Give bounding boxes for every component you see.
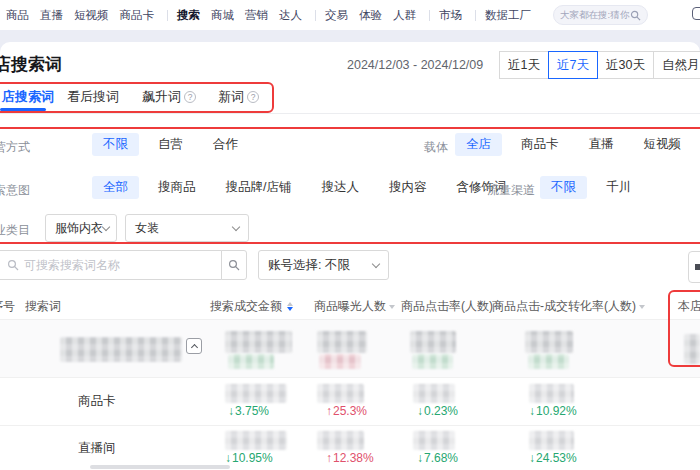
filter-channel-qianchuan[interactable]: 千川 — [595, 176, 642, 199]
row-divider — [0, 425, 700, 426]
col-cvr[interactable]: 商品点击-成交转化率(人数) — [492, 298, 645, 315]
redacted-value — [225, 384, 287, 403]
date-range-buttons: 近1天 近7天 近30天 自然月 — [500, 51, 700, 79]
filter-label-mode: 营方式 — [0, 139, 30, 156]
redacted-value — [413, 384, 455, 403]
filter-mode-self[interactable]: 自营 — [147, 133, 194, 156]
sort-icon[interactable] — [287, 302, 293, 311]
redacted-value — [317, 431, 364, 450]
filter-mode-unlimited[interactable]: 不限 — [92, 133, 139, 156]
filter-carrier-short-video[interactable]: 短视频 — [633, 133, 693, 156]
account-select[interactable]: 账号选择: 不限 — [258, 250, 389, 280]
change-pct: ↓10.95% — [225, 451, 273, 465]
redacted-value — [225, 431, 287, 450]
help-icon[interactable]: ? — [184, 91, 196, 103]
col-label: 商品曝光人数 — [314, 298, 386, 315]
redacted-change — [412, 354, 453, 369]
date-btn-30day[interactable]: 近30天 — [597, 51, 654, 79]
global-search-placeholder: 大家都在搜:猜你喜欢... — [560, 9, 630, 22]
col-label: 商品点击率(人数) — [401, 298, 493, 315]
filter-mode-coop[interactable]: 合作 — [202, 133, 249, 156]
tabs-divider — [0, 113, 700, 114]
nav-separator — [167, 10, 168, 21]
col-ctr[interactable]: 商品点击率(人数) — [401, 298, 502, 315]
nav-separator — [429, 10, 430, 21]
filter-intent-influencer[interactable]: 搜达人 — [310, 176, 370, 199]
category-select-level1[interactable]: 服饰内衣 — [45, 214, 117, 242]
export-button[interactable] — [688, 251, 700, 283]
search-icon — [630, 10, 641, 21]
nav-item-trade[interactable]: 交易 — [325, 8, 348, 23]
filter-intent-options: 全部 搜商品 搜品牌/店铺 搜达人 搜内容 含修饰词 — [92, 176, 517, 199]
sort-icon[interactable] — [639, 305, 645, 309]
category-select-level2[interactable]: 女装 — [125, 214, 249, 242]
message-icon[interactable] — [692, 7, 700, 20]
filter-intent-content[interactable]: 搜内容 — [378, 176, 438, 199]
row-label-live-room: 直播间 — [78, 440, 116, 457]
redacted-change — [528, 354, 569, 369]
nav-item-live[interactable]: 直播 — [40, 8, 63, 23]
nav-item-short-video[interactable]: 短视频 — [74, 8, 109, 23]
sort-icon[interactable] — [389, 305, 395, 309]
nav-item-data-factory[interactable]: 数据工厂 — [485, 8, 531, 23]
filter-mode-options: 不限 自营 合作 — [92, 133, 249, 156]
category-level2-value: 女装 — [135, 220, 159, 237]
filter-carrier-whole-shop[interactable]: 全店 — [455, 133, 502, 156]
redacted-keyword — [60, 337, 182, 362]
nav-item-audience[interactable]: 人群 — [393, 8, 416, 23]
keyword-search-input[interactable] — [24, 258, 213, 272]
nav-item-mall[interactable]: 商城 — [211, 8, 234, 23]
chevron-down-icon — [232, 222, 240, 230]
col-pay-amount[interactable]: 搜索成交金额 — [210, 298, 293, 315]
nav-separator — [475, 10, 476, 21]
search-icon — [7, 259, 19, 271]
date-btn-1day[interactable]: 近1天 — [499, 51, 549, 79]
nav-item-search[interactable]: 搜索 — [177, 8, 200, 23]
global-search-box[interactable]: 大家都在搜:猜你喜欢... — [553, 5, 648, 25]
filter-channel-unlimited[interactable]: 不限 — [540, 176, 587, 199]
filter-label-channel: 流量渠道 — [487, 182, 535, 199]
nav-item-marketing[interactable]: 营销 — [245, 8, 268, 23]
col-label: 商品点击-成交转化率(人数) — [492, 298, 636, 315]
horizontal-scrollbar[interactable] — [90, 465, 230, 469]
redacted-change — [319, 354, 361, 369]
tab-new-words[interactable]: 新词 ? — [218, 88, 259, 106]
redacted-value — [317, 331, 367, 353]
filter-intent-product[interactable]: 搜商品 — [147, 176, 207, 199]
filter-carrier-product-card[interactable]: 商品卡 — [510, 133, 570, 156]
redacted-value — [525, 331, 573, 353]
col-exposure[interactable]: 商品曝光人数 — [314, 298, 395, 315]
tab-after-view-words[interactable]: 看后搜词 — [67, 88, 119, 106]
filter-label-category: 业类目 — [0, 222, 30, 239]
date-range-text: 2024/12/03 - 2024/12/09 — [347, 58, 483, 72]
nav-item-influencer[interactable]: 达人 — [279, 8, 302, 23]
help-icon[interactable]: ? — [247, 91, 259, 103]
app-root: 商品 直播 短视频 商品卡 搜索 商城 营销 达人 交易 体验 人群 市场 数据… — [0, 0, 700, 470]
redacted-value — [684, 334, 700, 364]
nav-item-market[interactable]: 市场 — [439, 8, 462, 23]
nav-item-product-card[interactable]: 商品卡 — [120, 8, 155, 23]
filter-carrier-live[interactable]: 直播 — [578, 133, 625, 156]
nav-item-experience[interactable]: 体验 — [359, 8, 382, 23]
tab-label: 新词 — [218, 88, 244, 106]
filter-intent-all[interactable]: 全部 — [92, 176, 139, 199]
redacted-change — [228, 354, 274, 369]
date-btn-7day[interactable]: 近7天 — [548, 51, 598, 79]
date-btn-natural-month[interactable]: 自然月 — [653, 51, 700, 79]
tab-label: 店搜索词 — [2, 88, 54, 106]
tab-shop-search-words[interactable]: 店搜索词 — [2, 88, 54, 106]
expand-icon[interactable] — [186, 338, 202, 354]
redacted-value — [529, 431, 574, 450]
chevron-down-icon — [372, 259, 380, 267]
filter-carrier-options: 全店 商品卡 直播 短视频 图文 — [455, 133, 700, 156]
filter-intent-brand-shop[interactable]: 搜品牌/店铺 — [215, 176, 303, 199]
redacted-value — [410, 331, 456, 353]
tab-label: 飙升词 — [142, 88, 181, 106]
col-shop: 本店 — [678, 298, 700, 315]
nav-item-products[interactable]: 商品 — [6, 8, 29, 23]
search-icon — [228, 259, 240, 271]
tab-surging-words[interactable]: 飙升词 ? — [142, 88, 196, 106]
tab-label: 看后搜词 — [67, 88, 119, 106]
nav-separator — [315, 10, 316, 21]
keyword-search-button[interactable] — [221, 250, 247, 280]
